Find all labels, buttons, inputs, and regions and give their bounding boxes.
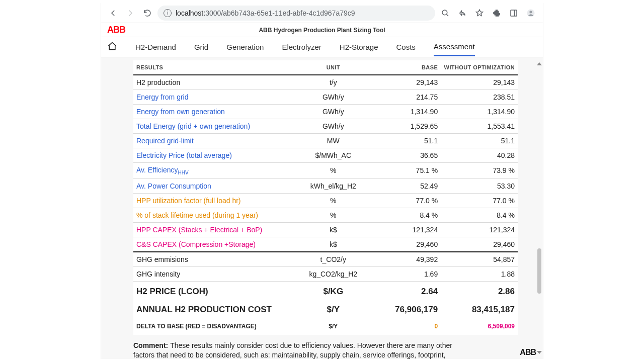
delta-noopt: 6,509,009 — [441, 318, 518, 335]
scroll-thumb[interactable] — [537, 248, 541, 294]
browser-toolbar: i localhost:3000/ab6b743a-65e1-11ed-abfe… — [101, 3, 543, 23]
col-base: BASE — [372, 60, 441, 75]
row-label: Electricity Price (total average) — [133, 148, 295, 163]
tab-assessment[interactable]: Assessment — [434, 38, 475, 56]
row-base: 36.65 — [372, 148, 441, 163]
comment-block: Comment: These results mainly consider c… — [133, 341, 455, 359]
row-base: 1,314.90 — [372, 105, 441, 119]
results-table: RESULTS UNIT BASE WITHOUT OPTIMIZATION H… — [133, 60, 518, 335]
row-base: 1.69 — [372, 266, 441, 281]
extensions-icon[interactable] — [490, 6, 504, 20]
row-noopt: 54,857 — [441, 252, 518, 267]
annual-noopt: 83,415,187 — [441, 302, 518, 318]
row-unit: $/MWh_AC — [295, 148, 372, 163]
tab-costs[interactable]: Costs — [396, 39, 416, 55]
row-label: C&S CAPEX (Compression +Storage) — [133, 237, 295, 252]
nav-back-button[interactable] — [106, 6, 120, 20]
tab-generation[interactable]: Generation — [226, 39, 264, 55]
tab-grid[interactable]: Grid — [194, 39, 208, 55]
tab-h2-storage[interactable]: H2-Storage — [340, 39, 378, 55]
row-unit: k$ — [295, 222, 372, 237]
brand-logo: ABB — [101, 25, 131, 35]
lcoh-label: H2 PRICE (LCOH) — [133, 281, 295, 302]
row-label: HPP utilization factor (full load hr) — [133, 193, 295, 208]
zoom-icon[interactable] — [438, 6, 452, 20]
vertical-scrollbar[interactable] — [536, 62, 542, 354]
app-header: ABB ABB Hydrogen Production Plant Sizing… — [101, 23, 543, 37]
row-unit: k$ — [295, 237, 372, 252]
nav-reload-button[interactable] — [140, 6, 154, 20]
row-unit: kWh_el/kg_H2 — [295, 178, 372, 193]
row-noopt: 53.30 — [441, 178, 518, 193]
panel-icon[interactable] — [507, 6, 521, 20]
content-area: RESULTS UNIT BASE WITHOUT OPTIMIZATION H… — [101, 57, 543, 359]
address-bar[interactable]: i localhost:3000/ab6b743a-65e1-11ed-abfe… — [157, 6, 435, 21]
table-row: GHG emmisionst_CO2/y49,39254,857 — [133, 252, 518, 267]
row-base: 52.49 — [372, 178, 441, 193]
delta-unit: $/Y — [295, 318, 372, 335]
row-unit: kg_CO2/kg_H2 — [295, 266, 372, 281]
row-label: Total Energy (grid + own generation) — [133, 119, 295, 134]
row-noopt: 51.1 — [441, 134, 518, 148]
row-unit: t/y — [295, 75, 372, 90]
row-label: HPP CAPEX (Stacks + Electrical + BoP) — [133, 222, 295, 237]
row-unit: % — [295, 193, 372, 208]
table-row: Energy from gridGWh/y214.75238.51 — [133, 90, 518, 105]
annual-unit: $/Y — [295, 302, 372, 318]
bookmark-star-icon[interactable] — [472, 6, 487, 20]
col-unit: UNIT — [295, 60, 372, 75]
url-host: localhost: — [176, 9, 205, 17]
row-label: Energy from own generation — [133, 105, 295, 119]
row-base: 121,324 — [372, 222, 441, 237]
row-base: 214.75 — [372, 90, 441, 105]
col-results: RESULTS — [133, 60, 295, 75]
profile-avatar-icon[interactable] — [524, 6, 538, 20]
row-noopt: 29,143 — [441, 75, 518, 90]
row-base: 29,460 — [372, 237, 441, 252]
app-title: ABB Hydrogen Production Plant Sizing Too… — [259, 27, 385, 34]
row-label: GHG emmisions — [133, 252, 295, 267]
scroll-up-icon[interactable] — [537, 62, 542, 65]
tab-h2-demand[interactable]: H2-Demand — [135, 39, 176, 55]
svg-point-0 — [442, 10, 447, 15]
row-base: 1,529.65 — [372, 119, 441, 134]
site-info-icon[interactable]: i — [164, 9, 172, 17]
lcoh-base: 2.64 — [372, 281, 441, 302]
annual-label: ANNUAL H2 PRODUCTION COST — [133, 302, 295, 318]
nav-tabs: H2-DemandGridGenerationElectrolyzerH2-St… — [101, 37, 543, 57]
row-noopt: 1,314.90 — [441, 105, 518, 119]
home-icon[interactable] — [107, 41, 117, 53]
lcoh-noopt: 2.86 — [441, 281, 518, 302]
comment-prefix: Comment: — [133, 341, 170, 349]
table-row: Energy from own generationGWh/y1,314.901… — [133, 105, 518, 119]
row-noopt: 1.88 — [441, 266, 518, 281]
row-noopt: 29,460 — [441, 237, 518, 252]
url-path: 3000/ab6b743a-65e1-11ed-abfe-4c1d967a79c… — [205, 9, 355, 17]
row-unit: % — [295, 208, 372, 222]
col-noopt: WITHOUT OPTIMIZATION — [441, 60, 518, 75]
row-unit: GWh/y — [295, 90, 372, 105]
row-label: Av. EfficiencyHHV — [133, 163, 295, 179]
row-base: 8.4 % — [372, 208, 441, 222]
row-unit: MW — [295, 134, 372, 148]
table-row: C&S CAPEX (Compression +Storage)k$29,460… — [133, 237, 518, 252]
row-noopt: 238.51 — [441, 90, 518, 105]
row-unit: % — [295, 163, 372, 179]
row-noopt: 8.4 % — [441, 208, 518, 222]
row-noopt: 121,324 — [441, 222, 518, 237]
lcoh-unit: $/KG — [295, 281, 372, 302]
table-row: Electricity Price (total average)$/MWh_A… — [133, 148, 518, 163]
row-unit: GWh/y — [295, 105, 372, 119]
row-label: % of stack lifetime used (during 1 year) — [133, 208, 295, 222]
table-row: % of stack lifetime used (during 1 year)… — [133, 208, 518, 222]
row-noopt: 73.9 % — [441, 163, 518, 179]
annual-base: 76,906,179 — [372, 302, 441, 318]
row-base: 49,392 — [372, 252, 441, 267]
nav-forward-button[interactable] — [123, 6, 137, 20]
scroll-down-icon[interactable] — [537, 351, 542, 354]
share-icon[interactable] — [455, 6, 469, 20]
table-row: Required grid-limitMW51.151.1 — [133, 134, 518, 148]
tab-electrolyzer[interactable]: Electrolyzer — [282, 39, 321, 55]
row-noopt: 40.28 — [441, 148, 518, 163]
row-base: 29,143 — [372, 75, 441, 90]
